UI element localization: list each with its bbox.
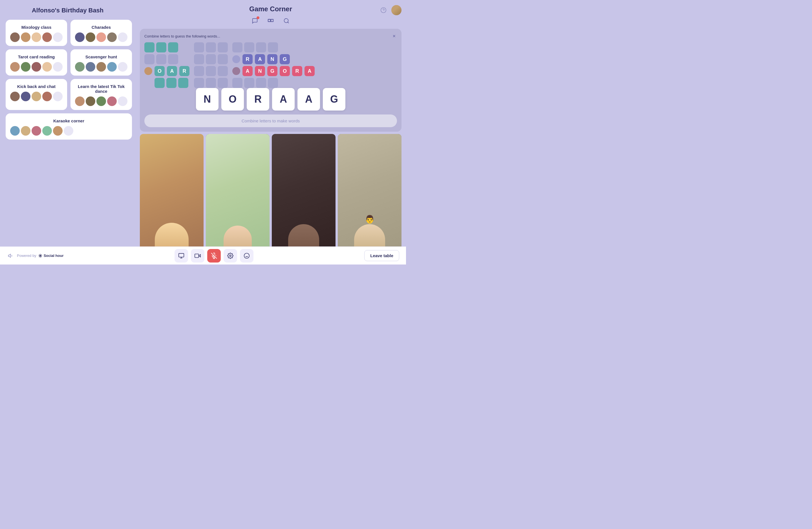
tile-G[interactable]: G xyxy=(323,88,345,111)
svg-rect-16 xyxy=(195,254,199,257)
grid-cell xyxy=(194,66,204,76)
top-bar-icons xyxy=(379,5,402,15)
letter-A[interactable]: A xyxy=(255,54,265,64)
avatar xyxy=(97,62,106,72)
room-card-tarot[interactable]: Tarot card reading xyxy=(6,49,67,75)
letter-R[interactable]: R xyxy=(179,66,189,76)
video-button[interactable] xyxy=(191,249,204,262)
svg-point-21 xyxy=(244,253,249,258)
room-card-scavenger[interactable]: Scavenger hunt xyxy=(71,49,132,75)
grid-cell xyxy=(218,42,228,53)
search-icon xyxy=(284,18,290,24)
avatar xyxy=(42,32,52,42)
chat-badge xyxy=(257,16,259,19)
grid-cell xyxy=(206,78,216,88)
settings-icon xyxy=(227,253,233,259)
player-word-row-angora: A N G O R A xyxy=(232,66,315,76)
letter-O[interactable]: O xyxy=(280,66,290,76)
volume-icon xyxy=(8,253,14,259)
avatar xyxy=(10,32,20,42)
avatar xyxy=(75,97,85,106)
room-avatars-scavenger xyxy=(75,62,128,72)
player-word-row-rang: R A N G xyxy=(232,54,315,64)
grid-cell xyxy=(144,42,155,53)
help-button[interactable] xyxy=(379,6,388,15)
svg-point-5 xyxy=(284,19,288,23)
letter-O[interactable]: O xyxy=(155,66,165,76)
avatar xyxy=(42,126,52,135)
game-area: Combine letters to guess the following w… xyxy=(140,29,402,132)
user-avatar xyxy=(391,5,402,15)
avatar xyxy=(32,92,41,101)
grid-cell xyxy=(194,78,204,88)
tile-R[interactable]: R xyxy=(247,88,269,111)
letter-A[interactable]: A xyxy=(167,66,177,76)
search-button[interactable] xyxy=(281,16,291,26)
screen-share-button[interactable] xyxy=(175,249,188,262)
room-card-tiktok[interactable]: Learn the latest Tik Tok dance xyxy=(71,79,132,110)
letter-N[interactable]: N xyxy=(255,66,265,76)
room-card-mixology[interactable]: Mixology class xyxy=(6,20,67,46)
mute-button[interactable] xyxy=(207,249,221,262)
letter-R[interactable]: R xyxy=(292,66,302,76)
avatar xyxy=(10,92,20,101)
avatar xyxy=(21,62,30,72)
word-input-placeholder: Combine letters to make words xyxy=(242,118,300,123)
letter-tiles: N O R A A G xyxy=(144,88,397,111)
avatar-placeholder xyxy=(53,62,62,72)
close-game-button[interactable]: ✕ xyxy=(391,33,397,39)
bottom-left: Powered by Social hour xyxy=(7,252,63,260)
svg-rect-3 xyxy=(271,19,273,22)
player-word-row: O A R xyxy=(144,66,189,76)
letter-N[interactable]: N xyxy=(267,54,277,64)
avatar xyxy=(32,126,41,135)
room-card-charades[interactable]: Charades xyxy=(71,20,132,46)
letter-R[interactable]: R xyxy=(243,54,252,64)
tile-O[interactable]: O xyxy=(221,88,244,111)
letter-A[interactable]: A xyxy=(243,66,252,76)
word-input-area[interactable]: Combine letters to make words xyxy=(144,114,397,127)
avatar xyxy=(42,92,52,101)
social-hour-text: Social hour xyxy=(44,254,64,258)
room-name-charades: Charades xyxy=(75,25,128,30)
video-participant-1 xyxy=(140,134,204,262)
grid-cell xyxy=(156,54,166,64)
grid-cell xyxy=(268,42,278,53)
top-bar: Game Corner xyxy=(135,0,406,16)
letter-A[interactable]: A xyxy=(304,66,315,76)
settings-button[interactable] xyxy=(223,249,237,262)
room-avatars-kickback xyxy=(10,92,62,101)
right-word-grid: R A N G A N G O R A xyxy=(232,42,315,88)
avatar-placeholder xyxy=(118,97,128,106)
svg-rect-4 xyxy=(268,19,271,22)
room-card-karaoke[interactable]: Karaoke corner xyxy=(6,113,132,140)
volume-button[interactable] xyxy=(7,252,15,260)
tile-A[interactable]: A xyxy=(272,88,295,111)
game-instruction: Combine letters to guess the following w… xyxy=(144,34,220,38)
tile-A2[interactable]: A xyxy=(298,88,320,111)
avatar-placeholder xyxy=(53,32,62,42)
avatar xyxy=(10,126,20,135)
bottom-bar: Powered by Social hour xyxy=(0,246,406,264)
avatar xyxy=(21,126,30,135)
grid-cell xyxy=(218,54,228,64)
grid-cell xyxy=(232,78,243,88)
video-participant-4: 👨 xyxy=(338,134,402,262)
chat-button[interactable] xyxy=(250,16,260,26)
room-card-kickback[interactable]: Kick back and chat xyxy=(6,79,67,110)
grid-cell xyxy=(194,42,204,53)
powered-by: Powered by Social hour xyxy=(17,254,63,258)
letter-G[interactable]: G xyxy=(267,66,277,76)
letter-G[interactable]: G xyxy=(280,54,290,64)
grid-cell xyxy=(168,42,178,53)
game-corner-title: Game Corner xyxy=(249,5,292,13)
tile-N[interactable]: N xyxy=(196,88,218,111)
room-name-karaoke: Karaoke corner xyxy=(10,118,128,123)
room-name-scavenger: Scavenger hunt xyxy=(75,54,128,59)
question-icon xyxy=(380,7,387,13)
games-button[interactable] xyxy=(265,16,276,26)
grid-cell xyxy=(256,78,266,88)
emoji-button[interactable] xyxy=(240,249,253,262)
leave-table-button[interactable]: Leave table xyxy=(364,250,399,261)
player-avatar xyxy=(232,67,240,75)
